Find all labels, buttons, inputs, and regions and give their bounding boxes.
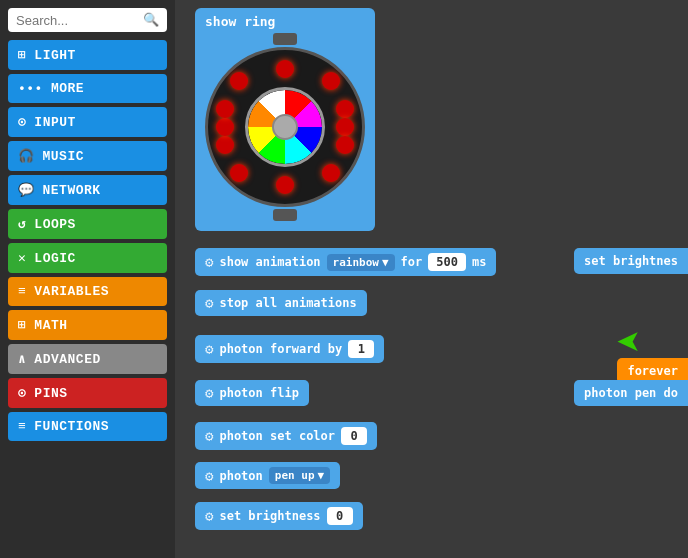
photon-set-color-label: photon set color [219,429,335,443]
for-label: for [401,255,423,269]
show-animation-label: show animation [219,255,320,269]
ms-label: ms [472,255,486,269]
stop-animations-label: stop all animations [219,296,356,310]
gear-icon: ⚙ [205,254,213,270]
gear-icon-2: ⚙ [205,295,213,311]
gear-icon-3: ⚙ [205,341,213,357]
set-brightness-label: set brightness [219,509,320,523]
photon-set-color-block[interactable]: ⚙ photon set color 0 [195,422,377,450]
animation-dropdown-value: rainbow [333,256,379,269]
photon-pen-label: photon [219,469,262,483]
network-icon: 💬 [18,182,35,198]
sidebar-item-math[interactable]: ⊞ MATH [8,310,167,340]
sidebar-item-input[interactable]: ⊙ INPUT [8,107,167,137]
loops-icon: ↺ [18,216,26,232]
music-icon: 🎧 [18,148,35,164]
stop-animations-block[interactable]: ⚙ stop all animations [195,290,367,316]
gear-icon-6: ⚙ [205,468,213,484]
light-icon: ⊞ [18,47,26,63]
sidebar-label-music: MUSIC [43,149,85,164]
sidebar-label-loops: LOOPS [34,217,76,232]
sidebar-label-network: NETWORK [43,183,101,198]
show-animation-block[interactable]: ⚙ show animation rainbow ▼ for 500 ms [195,248,496,276]
set-brightness-partial-right: set brightnes [574,248,688,274]
photon-flip-label: photon flip [219,386,298,400]
sidebar-item-network[interactable]: 💬 NETWORK [8,175,167,205]
sidebar: 🔍 ⊞ LIGHT ••• MORE ⊙ INPUT 🎧 MUSIC 💬 NET… [0,0,175,558]
photon-forward-value[interactable]: 1 [348,340,374,358]
color-wheel [245,87,325,167]
pen-dropdown-arrow-icon: ▼ [318,469,325,482]
photon-set-color-value[interactable]: 0 [341,427,367,445]
sidebar-item-pins[interactable]: ⊙ PINS [8,378,167,408]
sidebar-item-loops[interactable]: ↺ LOOPS [8,209,167,239]
photon-forward-label: photon forward by [219,342,342,356]
input-icon: ⊙ [18,114,26,130]
search-input[interactable] [16,13,139,28]
variables-icon: ≡ [18,284,26,299]
gear-icon-4: ⚙ [205,385,213,401]
sidebar-label-variables: VARIABLES [34,284,109,299]
sidebar-label-light: LIGHT [34,48,76,63]
animation-dropdown[interactable]: rainbow ▼ [327,254,395,271]
photon-pen-block[interactable]: ⚙ photon pen up ▼ [195,462,340,489]
sidebar-label-math: MATH [34,318,67,333]
main-content: show ring [175,0,688,558]
sidebar-item-advanced[interactable]: ∧ ADVANCED [8,344,167,374]
sidebar-label-pins: PINS [34,386,67,401]
gear-icon-5: ⚙ [205,428,213,444]
gear-icon-7: ⚙ [205,508,213,524]
sidebar-item-light[interactable]: ⊞ LIGHT [8,40,167,70]
sidebar-item-more[interactable]: ••• MORE [8,74,167,103]
math-icon: ⊞ [18,317,26,333]
photon-pen-partial-right: photon pen do [574,380,688,406]
set-brightness-partial-label: set brightnes [584,254,678,268]
sidebar-item-logic[interactable]: ✕ LOGIC [8,243,167,273]
ms-value-input[interactable]: 500 [428,253,466,271]
pins-icon: ⊙ [18,385,26,401]
pen-dropdown[interactable]: pen up ▼ [269,467,330,484]
sidebar-label-logic: LOGIC [34,251,76,266]
ring-display [205,47,365,207]
photon-flip-block[interactable]: ⚙ photon flip [195,380,309,406]
sidebar-item-variables[interactable]: ≡ VARIABLES [8,277,167,306]
search-icon: 🔍 [143,12,159,28]
sidebar-item-music[interactable]: 🎧 MUSIC [8,141,167,171]
more-icon: ••• [18,81,43,96]
set-brightness-block[interactable]: ⚙ set brightness 0 [195,502,363,530]
photon-pen-partial-label: photon pen do [584,386,678,400]
sidebar-label-functions: FUNCTIONS [34,419,109,434]
logic-icon: ✕ [18,250,26,266]
dropdown-arrow-icon: ▼ [382,256,389,269]
show-ring-block[interactable]: show ring [195,8,375,231]
show-ring-title: show ring [205,14,365,29]
photon-forward-block[interactable]: ⚙ photon forward by 1 [195,335,384,363]
search-container[interactable]: 🔍 [8,8,167,32]
sidebar-label-input: INPUT [34,115,76,130]
sidebar-item-functions[interactable]: ≡ FUNCTIONS [8,412,167,441]
forever-label: forever [627,364,678,378]
advanced-icon: ∧ [18,351,26,367]
sidebar-label-advanced: ADVANCED [34,352,100,367]
sidebar-label-more: MORE [51,81,84,96]
functions-icon: ≡ [18,419,26,434]
pen-dropdown-value: pen up [275,469,315,482]
set-brightness-value[interactable]: 0 [327,507,353,525]
